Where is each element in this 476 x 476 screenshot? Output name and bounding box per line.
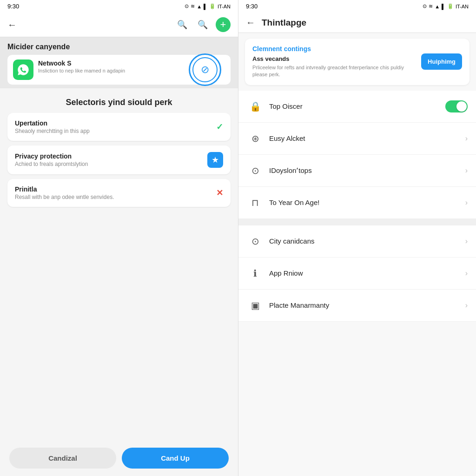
promo-title: Clemnent contings <box>252 45 416 53</box>
promo-content: Clemnent contings Ass vecands Prliceelew… <box>252 45 421 79</box>
right-back-button[interactable]: ← <box>246 17 255 28</box>
settings-label-2: Eusy Alcket <box>269 134 465 142</box>
x-icon-3: ✕ <box>216 188 223 198</box>
chevron-icon-6: › <box>465 269 468 278</box>
option-1-desc: Sheaoly merchtting in this app <box>15 128 216 134</box>
filter-icon: ⊓ <box>247 194 264 211</box>
options-list: Upertation Sheaoly merchtting in this ap… <box>0 113 238 440</box>
left-top-icons: 🔍 🔍 + <box>175 17 231 32</box>
left-add-button[interactable]: + <box>216 17 231 32</box>
chevron-icon-7: › <box>465 301 468 310</box>
right-page-title: Thintlapge <box>262 18 306 28</box>
option-3-title: Prinitla <box>15 185 216 193</box>
clock-icon: ⊙ <box>247 162 264 179</box>
settings-item-eusy-alcket[interactable]: ⊛ Eusy Alcket › <box>238 123 476 155</box>
settings-label-6: App Rniow <box>269 269 465 277</box>
right-panel: 9:30 ⊙≋▲▌🔋 IT-AN ← Thintlapge Clemnent c… <box>238 0 476 476</box>
settings-section: 🔒 Top Oiscer ⊛ Eusy Alcket › ⊙ IDoyslonʼ… <box>238 91 476 476</box>
grid-icon: ⊛ <box>247 130 264 147</box>
confirm-button[interactable]: Cand Up <box>122 448 229 469</box>
right-status-icons: ⊙≋▲▌🔋 IT-AN <box>423 3 469 9</box>
left-status-icons: ⊙≋▲▌🔋 IT-AN <box>185 3 231 9</box>
app-area: Micider canyende Netwook S Insliction to… <box>0 37 238 88</box>
chevron-icon-3: › <box>465 166 468 175</box>
circle-badge-inner: ⊘ <box>192 57 218 82</box>
option-card-2[interactable]: Privacy protection Achied to freals apro… <box>7 145 231 174</box>
option-3-text: Prinitla Resall with be anp odee wntle s… <box>15 185 216 200</box>
app-area-title: Micider canyende <box>7 43 231 51</box>
whatsapp-icon <box>17 63 30 76</box>
left-status-bar: 9:30 ⊙≋▲▌🔋 IT-AN <box>0 0 238 13</box>
left-top-bar: ← 🔍 🔍 + <box>0 13 238 37</box>
settings-item-city[interactable]: ⊙ City canidcans › <box>238 225 476 258</box>
option-1-text: Upertation Sheaoly merchtting in this ap… <box>15 119 216 134</box>
settings-label-7: Placte Manarmanty <box>269 301 465 309</box>
right-status-time: 9:30 <box>246 3 258 10</box>
bottom-buttons: Candizal Cand Up <box>0 440 238 476</box>
info-icon: ℹ <box>247 265 264 282</box>
promo-desc: Prliceelew for refts and intvreally grea… <box>252 64 416 79</box>
circle-badge: ⊘ <box>189 53 221 86</box>
right-top-bar: ← Thintlapge <box>238 13 476 33</box>
selection-title: Selectoris yind siould perk <box>0 88 238 113</box>
left-back-button[interactable]: ← <box>7 20 17 30</box>
promo-button[interactable]: Huiphimg <box>421 53 462 70</box>
toggle-top-oiscer[interactable] <box>445 100 468 112</box>
option-2-title: Privacy protection <box>15 152 207 160</box>
lock-icon: 🔒 <box>247 98 264 115</box>
star-badge: ★ <box>207 152 223 168</box>
settings-item-top-oiscer[interactable]: 🔒 Top Oiscer <box>238 91 476 123</box>
settings-divider <box>238 219 476 225</box>
history-icon: ⊙ <box>247 233 264 250</box>
settings-item-app-rniow[interactable]: ℹ App Rniow › <box>238 258 476 290</box>
option-2-text: Privacy protection Achied to freals apro… <box>15 152 207 167</box>
chevron-icon-4: › <box>465 198 468 207</box>
left-panel: 9:30 ⊙≋▲▌🔋 IT-AN ← 🔍 🔍 + Micider canyend… <box>0 0 238 476</box>
option-card-3[interactable]: Prinitla Resall with be anp odee wntle s… <box>7 179 231 207</box>
right-carrier: IT-AN <box>456 4 469 9</box>
option-card-1[interactable]: Upertation Sheaoly merchtting in this ap… <box>7 113 231 141</box>
settings-item-idoyslon[interactable]: ⊙ IDoyslonʼtops › <box>238 155 476 187</box>
left-search-button-2[interactable]: 🔍 <box>195 17 210 32</box>
option-1-title: Upertation <box>15 119 216 127</box>
promo-card: Clemnent contings Ass vecands Prliceelew… <box>245 39 469 85</box>
option-2-desc: Achied to freals apromtslytion <box>15 161 207 167</box>
left-search-button-1[interactable]: 🔍 <box>175 17 190 32</box>
settings-label-5: City canidcans <box>269 237 465 245</box>
right-status-bar: 9:30 ⊙≋▲▌🔋 IT-AN <box>238 0 476 13</box>
settings-item-to-year[interactable]: ⊓ To Year On Age! › <box>238 187 476 219</box>
settings-item-placte[interactable]: ▣ Placte Manarmanty › <box>238 290 476 322</box>
chevron-icon-2: › <box>465 134 468 143</box>
settings-label-3: IDoyslonʼtops <box>269 166 465 175</box>
cancel-button[interactable]: Candizal <box>9 448 116 469</box>
settings-label-4: To Year On Age! <box>269 198 465 206</box>
settings-label-1: Top Oiscer <box>269 102 445 110</box>
app-card[interactable]: Netwook S Insliction to nep like mamed n… <box>7 55 231 85</box>
left-carrier: IT-AN <box>218 4 231 9</box>
promo-subtitle: Ass vecands <box>252 55 416 62</box>
check-icon-1: ✓ <box>216 122 223 132</box>
card-icon: ▣ <box>247 297 264 314</box>
app-icon <box>13 60 33 80</box>
left-status-time: 9:30 <box>7 3 19 10</box>
option-3-desc: Resall with be anp odee wntle senvides. <box>15 194 216 200</box>
chevron-icon-5: › <box>465 237 468 245</box>
